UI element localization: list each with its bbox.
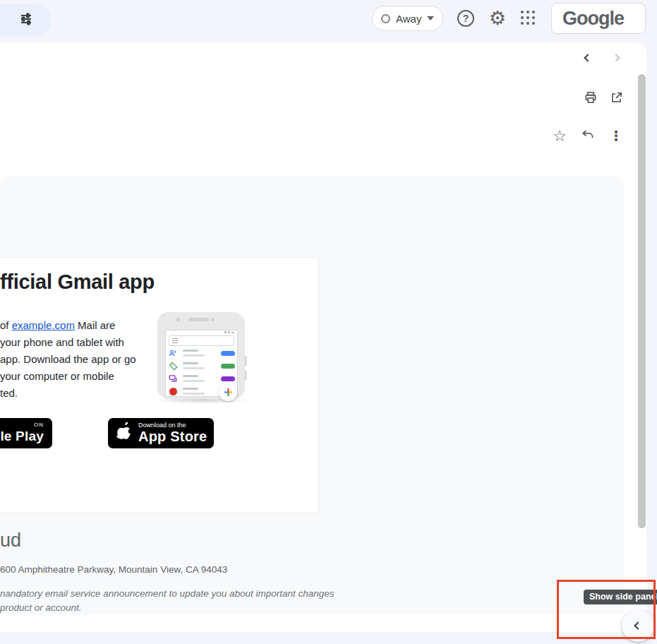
settings-button[interactable]: ⚙ xyxy=(488,8,507,29)
sensor-dot-icon xyxy=(211,318,215,321)
mini-list-row xyxy=(169,362,236,371)
body-line: your phone and tablet with xyxy=(0,334,136,351)
people-icon xyxy=(169,349,178,358)
help-button[interactable]: ? xyxy=(457,10,474,27)
email-body-text: of example.com Mail are your phone and t… xyxy=(0,317,136,402)
play-badge-title: gle Play xyxy=(0,429,44,444)
printer-icon xyxy=(584,90,598,107)
chat-icon xyxy=(169,374,178,383)
top-header-bar: Away ? ⚙ Google xyxy=(0,0,657,42)
body-line: your computer or mobile xyxy=(0,368,136,385)
appstore-badge-caption: Download on the xyxy=(138,422,207,429)
star-icon: ☆ xyxy=(553,127,567,145)
appstore-badge-title: App Store xyxy=(138,429,207,445)
star-button[interactable]: ☆ xyxy=(551,127,568,144)
newer-email-button[interactable] xyxy=(579,49,596,66)
google-account-logo-box[interactable]: Google xyxy=(551,3,646,34)
reply-icon xyxy=(581,127,595,144)
mini-list-row xyxy=(169,374,236,383)
more-vert-icon: ⋮ xyxy=(610,128,623,143)
chevron-left-icon xyxy=(584,54,591,61)
phone-screen xyxy=(165,330,238,397)
question-mark-icon: ? xyxy=(463,13,469,24)
red-annotation-box xyxy=(557,580,656,639)
play-badge-caption: ON xyxy=(0,422,44,428)
reply-button[interactable] xyxy=(579,127,596,144)
chevron-right-icon xyxy=(612,54,620,61)
mini-search-bar xyxy=(169,335,234,346)
phone-illustration xyxy=(157,312,245,399)
more-options-button[interactable]: ⋮ xyxy=(608,127,625,144)
mini-list-row xyxy=(169,349,236,358)
away-status-icon xyxy=(381,14,390,23)
gear-icon: ⚙ xyxy=(489,7,506,29)
footer-disclaimer: nandatory email service announcement to … xyxy=(0,587,334,615)
footer-address: 600 Amphitheatre Parkway, Mountain View,… xyxy=(0,564,227,575)
mini-list-row xyxy=(169,387,236,396)
google-play-badge[interactable]: ON gle Play xyxy=(0,418,52,448)
chevron-down-icon xyxy=(427,16,434,20)
google-logo: Google xyxy=(562,8,624,30)
compose-plus-fab xyxy=(219,383,237,401)
search-options-button[interactable] xyxy=(0,4,52,37)
body-line: ted. xyxy=(0,385,136,402)
apple-logo-icon xyxy=(116,422,132,444)
label-tag-icon xyxy=(169,362,178,371)
status-bar-icons xyxy=(224,331,234,333)
volume-button xyxy=(244,356,247,366)
hamburger-icon xyxy=(172,338,178,343)
example-link[interactable]: example.com xyxy=(12,319,75,331)
body-line: of example.com Mail are xyxy=(0,317,136,334)
availability-status-chip[interactable]: Away xyxy=(372,6,443,31)
app-store-badge[interactable]: Download on the App Store xyxy=(108,418,214,448)
google-apps-button[interactable] xyxy=(521,11,536,26)
open-in-new-window-button[interactable] xyxy=(608,90,625,107)
older-email-button[interactable] xyxy=(608,49,625,66)
vertical-scrollbar[interactable] xyxy=(638,74,646,528)
red-dot-icon xyxy=(169,387,178,396)
power-button xyxy=(244,370,247,381)
footer-brand-text: ud xyxy=(0,530,21,551)
gmail-window: Away ? ⚙ Google xyxy=(0,0,657,644)
speaker-bar xyxy=(188,318,209,321)
camera-dot-icon xyxy=(176,318,180,321)
print-button[interactable] xyxy=(582,90,599,107)
availability-status-label: Away xyxy=(396,13,421,25)
body-line: app. Download the app or go xyxy=(0,351,136,368)
email-heading: fficial Gmail app xyxy=(0,270,155,294)
tune-icon xyxy=(19,12,33,29)
open-in-new-icon xyxy=(610,91,623,107)
